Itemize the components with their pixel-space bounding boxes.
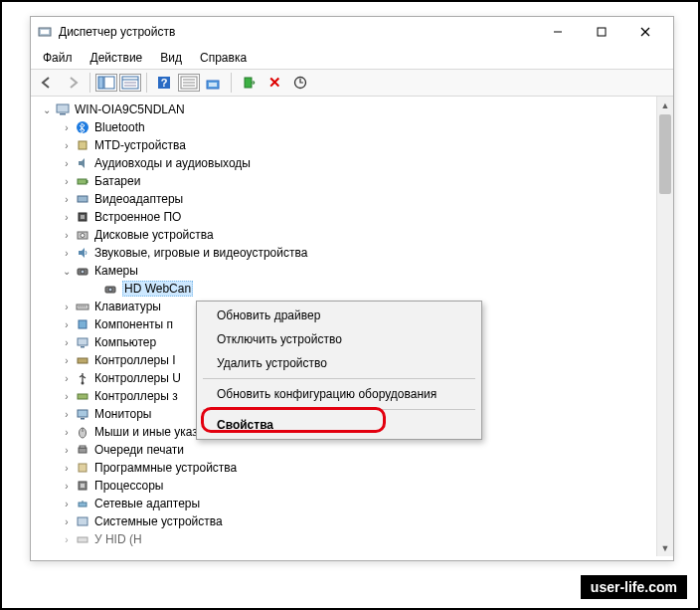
tree-firmware[interactable]: ›Встроенное ПО xyxy=(41,208,673,226)
tree-cameras[interactable]: ⌄Камеры xyxy=(41,262,673,280)
expand-icon[interactable]: › xyxy=(61,534,73,545)
printer-icon xyxy=(75,442,90,458)
firmware-icon xyxy=(75,209,90,225)
camera-icon xyxy=(102,281,118,297)
expand-icon[interactable]: › xyxy=(61,302,73,312)
collapse-icon[interactable]: ⌄ xyxy=(41,104,53,115)
tree-print-queues[interactable]: ›Очереди печати xyxy=(41,441,673,459)
expand-icon[interactable]: › xyxy=(61,212,73,223)
menu-view[interactable]: Вид xyxy=(152,49,190,67)
titlebar: Диспетчер устройств xyxy=(31,17,673,47)
vertical-scrollbar[interactable]: ▲ ▼ xyxy=(656,97,673,556)
display-adapter-icon xyxy=(75,191,90,207)
context-menu: Обновить драйвер Отключить устройство Уд… xyxy=(196,301,482,440)
svg-rect-3 xyxy=(598,28,606,36)
svg-rect-30 xyxy=(81,215,85,219)
ctx-disable-device[interactable]: Отключить устройство xyxy=(199,327,479,351)
expand-icon[interactable]: › xyxy=(61,463,73,474)
tree-network-adapters[interactable]: ›Сетевые адаптеры xyxy=(41,495,673,512)
ctx-uninstall-device[interactable]: Удалить устройство xyxy=(199,351,479,375)
expand-icon[interactable]: › xyxy=(61,355,73,366)
svg-rect-44 xyxy=(78,394,88,399)
tree-audio[interactable]: ›Аудиовходы и аудиовыходы xyxy=(41,154,673,172)
svg-rect-23 xyxy=(60,113,66,115)
expand-icon[interactable]: › xyxy=(61,158,73,169)
tree-batteries[interactable]: ›Батареи xyxy=(41,172,673,190)
expand-icon[interactable]: › xyxy=(61,248,73,259)
scroll-up-button[interactable]: ▲ xyxy=(657,97,673,113)
back-button[interactable] xyxy=(35,72,59,94)
expand-icon[interactable]: › xyxy=(61,230,73,241)
app-icon xyxy=(37,24,53,40)
battery-icon xyxy=(75,173,90,189)
svg-point-43 xyxy=(82,382,85,385)
scrollbar-thumb[interactable] xyxy=(659,114,671,194)
software-component-icon xyxy=(75,316,90,332)
expand-icon[interactable]: › xyxy=(61,481,73,492)
mouse-icon xyxy=(75,424,90,440)
expand-icon[interactable]: › xyxy=(61,122,73,133)
disk-icon xyxy=(75,227,90,243)
svg-rect-49 xyxy=(79,448,87,453)
svg-rect-42 xyxy=(78,358,88,363)
tree-bluetooth[interactable]: ›Bluetooth xyxy=(41,118,673,136)
tree-video-adapters[interactable]: ›Видеоадаптеры xyxy=(41,190,673,208)
minimize-button[interactable] xyxy=(536,18,580,46)
maximize-button[interactable] xyxy=(580,18,623,46)
separator xyxy=(146,73,147,93)
svg-point-36 xyxy=(108,288,112,292)
forward-button[interactable] xyxy=(61,72,85,94)
help-button[interactable]: ? xyxy=(152,72,176,94)
expand-icon[interactable]: › xyxy=(61,176,73,187)
tree-disks[interactable]: ›Дисковые устройства xyxy=(41,226,673,244)
action-list-button[interactable] xyxy=(178,74,200,92)
enable-device-button[interactable] xyxy=(237,72,261,94)
expand-icon[interactable]: › xyxy=(61,391,73,402)
scan-hardware-button[interactable] xyxy=(202,72,226,94)
svg-rect-50 xyxy=(80,446,86,448)
uninstall-device-button[interactable]: ✕ xyxy=(262,72,286,94)
menu-help[interactable]: Справка xyxy=(192,49,255,67)
menu-action[interactable]: Действие xyxy=(83,49,151,67)
separator xyxy=(89,73,90,93)
svg-rect-39 xyxy=(79,320,87,328)
tree-system-devices[interactable]: ›Системные устройства xyxy=(41,512,673,530)
expand-icon[interactable]: › xyxy=(61,427,73,438)
expand-icon[interactable]: › xyxy=(61,373,73,384)
svg-rect-6 xyxy=(98,77,103,89)
expand-icon[interactable]: › xyxy=(61,140,73,151)
tree-webcam[interactable]: HD WebCan xyxy=(41,280,673,298)
ctx-properties[interactable]: Свойства xyxy=(199,413,479,437)
expand-icon[interactable]: › xyxy=(61,516,73,527)
expand-icon[interactable]: › xyxy=(61,409,73,420)
device-manager-window: Диспетчер устройств Файл Действие Вид Сп… xyxy=(30,16,674,561)
expand-icon[interactable]: › xyxy=(61,445,73,456)
svg-rect-20 xyxy=(245,78,252,88)
computer-icon xyxy=(55,102,71,117)
expand-icon[interactable]: › xyxy=(61,499,73,509)
tree-cpus[interactable]: ›Процессоры xyxy=(41,477,673,495)
tree-mtd[interactable]: ›MTD-устройства xyxy=(41,136,673,154)
svg-point-32 xyxy=(81,234,85,238)
tree-sound[interactable]: ›Звуковые, игровые и видеоустройства xyxy=(41,244,673,262)
svg-rect-28 xyxy=(78,196,88,202)
expand-icon[interactable]: › xyxy=(61,337,73,348)
tree-software-devices[interactable]: ›Программные устройства xyxy=(41,459,673,477)
collapse-icon[interactable]: ⌄ xyxy=(61,266,73,277)
scroll-down-button[interactable]: ▼ xyxy=(657,539,673,556)
update-driver-button[interactable] xyxy=(288,72,312,94)
system-device-icon xyxy=(75,513,90,529)
properties-button[interactable] xyxy=(119,74,141,92)
chip-icon xyxy=(75,137,90,153)
tree-hid[interactable]: ›У HID (H xyxy=(41,530,673,548)
ctx-scan-hardware[interactable]: Обновить конфигурацию оборудования xyxy=(199,382,479,406)
show-hide-tree-button[interactable] xyxy=(95,74,117,92)
expand-icon[interactable]: › xyxy=(61,319,73,330)
ctx-update-driver[interactable]: Обновить драйвер xyxy=(199,304,479,327)
menu-file[interactable]: Файл xyxy=(35,49,81,67)
close-button[interactable] xyxy=(623,18,667,46)
expand-icon[interactable]: › xyxy=(61,194,73,205)
tree-root[interactable]: ⌄ WIN-OIA9C5NDLAN xyxy=(41,101,673,118)
ctx-separator xyxy=(203,409,475,410)
keyboard-icon xyxy=(75,299,90,314)
